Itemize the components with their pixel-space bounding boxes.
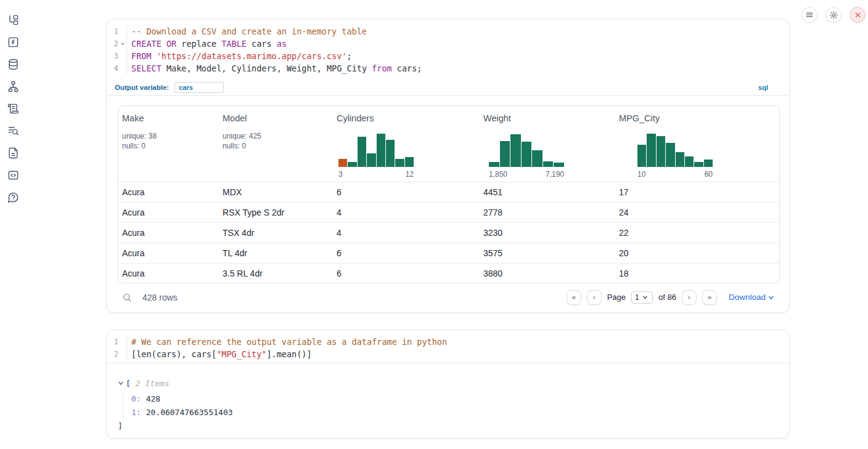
table-cell: 6 <box>333 182 480 202</box>
column-header-mpg-city[interactable]: MPG_City1060 <box>615 106 780 182</box>
code-line: 4SELECT Make, Model, Cylinders, Weight, … <box>107 62 789 75</box>
histogram-bar <box>348 162 356 166</box>
scratchpad-icon[interactable] <box>7 103 19 115</box>
line-number: 3 <box>107 50 127 62</box>
histogram-bar <box>647 134 655 166</box>
code-line: 2[len(cars), cars["MPG_City"].mean()] <box>107 348 789 360</box>
tree-entry-key: 0: <box>131 394 141 403</box>
tree-entry-key: 1: <box>131 408 141 417</box>
column-header-cylinders[interactable]: Cylinders312 <box>333 106 480 182</box>
page-label: Page <box>607 293 626 302</box>
page-select[interactable]: 1 <box>631 291 653 304</box>
row-count: 428 rows <box>142 293 178 302</box>
code-line: 1# We can reference the output variable … <box>107 336 789 348</box>
histogram-bar <box>657 136 665 167</box>
histogram-bar <box>637 145 646 167</box>
histogram-bar <box>338 159 347 166</box>
search-icon[interactable] <box>122 293 132 302</box>
table-cell: 3575 <box>480 243 615 263</box>
help-icon[interactable] <box>7 192 19 203</box>
column-header-make[interactable]: Makeunique: 38nulls: 0 <box>118 106 219 182</box>
histogram-bar <box>554 163 564 166</box>
snippets-icon[interactable] <box>7 147 19 159</box>
column-title: Cylinders <box>337 113 374 123</box>
collapse-chevron-icon[interactable] <box>118 380 124 386</box>
column-header-model[interactable]: Modelunique: 425nulls: 0 <box>219 106 333 182</box>
table-cell: 17 <box>615 182 780 202</box>
table-row: Acura3.5 RL 4dr6388018 <box>118 263 780 283</box>
table-cell: 4 <box>333 222 480 243</box>
table-cell: 3230 <box>480 222 615 243</box>
histogram-bar <box>685 156 694 167</box>
pagination: « ‹ Page 1 of 86 › » Download <box>567 290 774 305</box>
table-cell: Acura <box>118 182 219 202</box>
sql-cell: 1-- Download a CSV and create an in-memo… <box>106 18 790 313</box>
bracket-close: ] <box>118 421 789 431</box>
first-page-button[interactable]: « <box>567 290 581 305</box>
histogram-bar <box>489 162 499 166</box>
table-cell: Acura <box>118 222 219 243</box>
line-number: 1 <box>107 336 127 348</box>
tree-entry: 1:20.060747663551403 <box>131 406 789 419</box>
list-output: [ 2 Items 0:4281:20.060747663551403 ] <box>107 363 789 431</box>
chevron-down-icon <box>642 294 648 300</box>
table-cell: Acura <box>118 202 219 222</box>
variables-icon[interactable] <box>7 36 19 48</box>
file-tree-icon[interactable] <box>7 14 19 26</box>
dependency-graph-icon[interactable] <box>7 81 19 92</box>
python-code-editor[interactable]: 1# We can reference the output variable … <box>107 330 789 363</box>
tree-entry: 0:428 <box>131 392 789 406</box>
histogram-bar <box>395 159 404 166</box>
table-cell: TSX 4dr <box>219 222 333 243</box>
column-histogram <box>338 133 414 167</box>
bracket-open: [ <box>126 379 131 388</box>
histogram-bar <box>704 160 713 167</box>
language-badge[interactable]: sql <box>758 84 768 91</box>
table-cell: 6 <box>333 263 480 283</box>
table-cell: 24 <box>615 202 780 222</box>
sql-code-editor[interactable]: 1-- Download a CSV and create an in-memo… <box>107 19 789 79</box>
column-histogram <box>489 133 564 167</box>
histogram-bar <box>386 140 395 167</box>
histogram-bar <box>405 157 414 166</box>
table-cell: 22 <box>615 222 780 243</box>
table-cell: 3.5 RL 4dr <box>219 263 333 283</box>
histogram-bar <box>358 137 366 166</box>
histogram-bar <box>510 134 521 166</box>
table-cell: TL 4dr <box>219 243 333 263</box>
download-label: Download <box>729 293 766 302</box>
close-icon[interactable] <box>850 7 866 23</box>
histogram-bar <box>522 142 532 166</box>
column-title: Model <box>223 113 247 123</box>
prev-page-button[interactable]: ‹ <box>587 290 602 305</box>
column-summary: unique: 38nulls: 0 <box>122 131 215 151</box>
histogram-bar <box>694 162 703 166</box>
histogram-bar <box>500 141 510 166</box>
data-table: Makeunique: 38nulls: 0Modelunique: 425nu… <box>118 106 780 283</box>
table-output: Makeunique: 38nulls: 0Modelunique: 425nu… <box>118 105 780 283</box>
table-row: AcuraRSX Type S 2dr4277824 <box>118 202 780 222</box>
histogram-bar <box>676 152 684 166</box>
python-cell: 1# We can reference the output variable … <box>106 330 790 439</box>
download-button[interactable]: Download <box>729 293 774 302</box>
column-header-weight[interactable]: Weight1,8507,190 <box>480 106 615 182</box>
menu-icon[interactable] <box>801 7 817 23</box>
column-title: MPG_City <box>619 113 660 123</box>
output-variable-label: Output variable: <box>115 84 169 91</box>
fold-toggle-icon[interactable] <box>118 41 126 46</box>
table-row: AcuraTL 4dr6357520 <box>118 243 780 263</box>
line-number: 2 <box>107 348 127 360</box>
logs-icon[interactable] <box>7 125 19 137</box>
histogram-bar <box>367 153 375 167</box>
table-cell: 2778 <box>480 202 615 222</box>
documentation-icon[interactable] <box>7 169 19 181</box>
output-variable-input[interactable] <box>174 82 224 93</box>
next-page-button[interactable]: › <box>682 290 697 305</box>
table-cell: Acura <box>118 263 219 283</box>
settings-gear-icon[interactable] <box>825 7 841 23</box>
histogram-bar <box>666 143 674 167</box>
histogram-bar <box>532 150 542 166</box>
datasources-icon[interactable] <box>7 59 19 70</box>
last-page-button[interactable]: » <box>702 290 717 305</box>
table-cell: MDX <box>219 182 333 202</box>
